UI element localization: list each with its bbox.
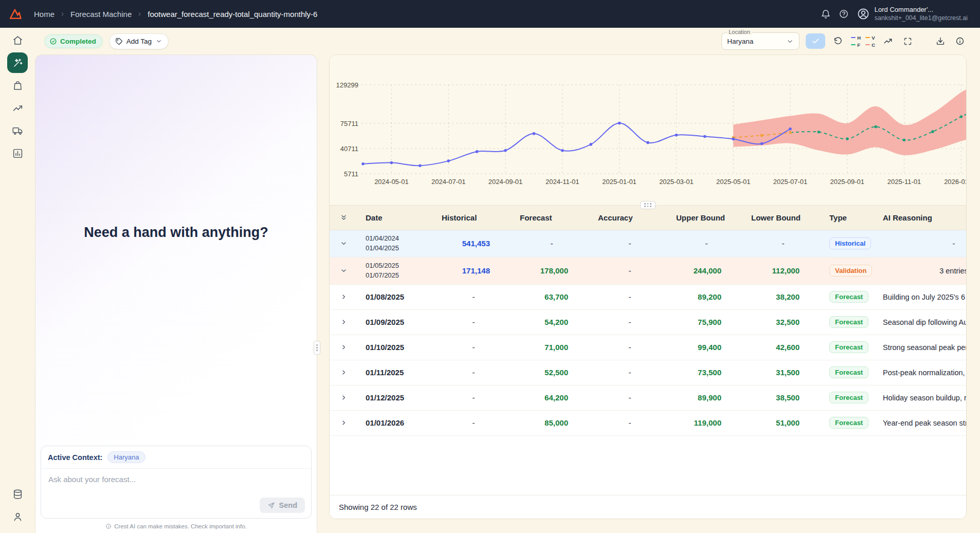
user-menu[interactable]: Lord Commander'... sankshit+_004_lite1@g… bbox=[857, 5, 968, 23]
cell-type: Forecast bbox=[822, 284, 876, 309]
cell-ai-reasoning: Holiday season buildup, r bbox=[876, 385, 966, 410]
svg-text:75711: 75711 bbox=[340, 120, 358, 127]
cell-ai-reasoning: Year-end peak season str bbox=[876, 410, 966, 435]
tag-icon bbox=[115, 38, 123, 45]
table-row[interactable]: 01/10/2025-71,000-99,40042,600ForecastSt… bbox=[330, 335, 966, 360]
cell-type: Historical bbox=[822, 230, 876, 257]
svg-text:2025-09-01: 2025-09-01 bbox=[830, 178, 865, 186]
disclaimer-text: Crest AI can make mistakes. Check import… bbox=[114, 523, 247, 529]
undo-icon bbox=[833, 36, 843, 46]
assistant-input[interactable] bbox=[41, 469, 311, 498]
table-row[interactable]: 01/09/2025-54,200-75,90032,500ForecastSe… bbox=[330, 309, 966, 335]
send-icon bbox=[267, 502, 275, 509]
crest-logo-icon bbox=[8, 7, 23, 21]
active-context-chip[interactable]: Haryana bbox=[107, 451, 145, 463]
send-label: Send bbox=[279, 501, 297, 509]
breadcrumb-item[interactable]: Home bbox=[34, 10, 55, 19]
status-badge: Completed bbox=[44, 34, 103, 48]
trend-view-button[interactable] bbox=[881, 34, 895, 48]
assistant-panel: Need a hand with anything? Active Contex… bbox=[35, 54, 317, 533]
breadcrumb-item: footwear_forecast_ready-total_quantity-m… bbox=[148, 10, 317, 19]
table-row[interactable]: 01/11/2025-52,500-73,50031,500ForecastPo… bbox=[330, 360, 966, 385]
svg-text:2025-07-01: 2025-07-01 bbox=[773, 178, 808, 186]
sidebar-item-orders[interactable] bbox=[6, 74, 29, 97]
svg-text:2025-11-01: 2025-11-01 bbox=[887, 178, 921, 186]
row-expand-toggle[interactable] bbox=[330, 360, 358, 385]
help-icon[interactable] bbox=[839, 9, 849, 19]
sidebar-item-logistics[interactable] bbox=[6, 119, 29, 142]
table-row[interactable]: 01/05/202501/07/2025171,148178,000-244,0… bbox=[330, 257, 966, 284]
add-tag-button[interactable]: Add Tag bbox=[109, 33, 169, 49]
cell-ai-reasoning: Post-peak normalization, bbox=[876, 360, 966, 385]
table-row[interactable]: 01/08/2025-63,700-89,20038,200ForecastBu… bbox=[330, 284, 966, 309]
forecast-panel: 129299757114071157112024-05-012024-07-01… bbox=[329, 54, 967, 519]
cell-type: Forecast bbox=[822, 410, 876, 435]
cell-type: Forecast bbox=[822, 335, 876, 360]
svg-text:40711: 40711 bbox=[340, 145, 358, 153]
location-value: Haryana bbox=[727, 38, 753, 45]
topbar: HomeForecast Machinefootwear_forecast_re… bbox=[0, 0, 980, 28]
cell-type: Forecast bbox=[822, 385, 876, 410]
user-name: Lord Commander'... bbox=[875, 5, 968, 14]
svg-text:2025-01-01: 2025-01-01 bbox=[602, 178, 637, 186]
chart-table-split-handle[interactable] bbox=[640, 201, 656, 209]
row-expand-toggle[interactable] bbox=[330, 385, 358, 410]
legend-item-f: F bbox=[851, 42, 861, 48]
cell-date: 01/01/2026 bbox=[358, 410, 434, 435]
panel-resize-handle[interactable] bbox=[314, 341, 320, 355]
cell-date: 01/12/2025 bbox=[358, 385, 434, 410]
forecast-chart-svg: 129299757114071157112024-05-012024-07-01… bbox=[330, 55, 967, 190]
send-button[interactable]: Send bbox=[260, 498, 305, 513]
notifications-bell-icon[interactable] bbox=[821, 9, 831, 19]
sidebar bbox=[0, 28, 35, 533]
cell-ai-reasoning: Building on July 2025's 6 bbox=[876, 284, 966, 309]
apply-location-button[interactable] bbox=[806, 33, 825, 49]
cell-date: 01/04/202401/04/2025 bbox=[358, 230, 434, 257]
table-row[interactable]: 01/04/202401/04/2025541,453----Historica… bbox=[330, 230, 966, 257]
row-expand-toggle[interactable] bbox=[330, 335, 358, 360]
location-select[interactable]: Location Haryana bbox=[721, 32, 800, 50]
forecast-table-area: DateHistoricalForecastAccuracyUpper Boun… bbox=[330, 205, 966, 519]
sidebar-item-account[interactable] bbox=[6, 505, 29, 528]
chart-legend-toggle[interactable]: HVFC bbox=[851, 35, 875, 48]
fullscreen-button[interactable] bbox=[901, 34, 914, 48]
svg-text:2026-01-01: 2026-01-01 bbox=[944, 178, 967, 186]
table-footer: Showing 22 of 22 rows bbox=[330, 495, 966, 519]
row-expand-toggle[interactable] bbox=[330, 410, 358, 435]
reset-button[interactable] bbox=[831, 34, 845, 48]
maximize-icon bbox=[903, 37, 912, 46]
user-info: Lord Commander'... sankshit+_004_lite1@g… bbox=[875, 5, 968, 23]
download-button[interactable] bbox=[934, 34, 947, 48]
check-icon bbox=[811, 37, 820, 45]
row-expand-toggle[interactable] bbox=[330, 284, 358, 309]
disclaimer: Crest AI can make mistakes. Check import… bbox=[41, 519, 312, 532]
row-expand-toggle[interactable] bbox=[330, 309, 358, 335]
breadcrumb-item[interactable]: Forecast Machine bbox=[70, 10, 132, 19]
sidebar-item-analytics[interactable] bbox=[6, 142, 29, 164]
svg-text:129299: 129299 bbox=[336, 81, 358, 89]
collapse-all-button[interactable] bbox=[330, 206, 358, 230]
row-expand-toggle[interactable] bbox=[330, 257, 358, 284]
user-email: sankshit+_004_lite1@getcrest.ai bbox=[875, 14, 968, 23]
legend-item-h: H bbox=[851, 35, 861, 41]
table-row[interactable]: 01/12/2025-64,200-89,90038,500ForecastHo… bbox=[330, 385, 966, 410]
info-button[interactable] bbox=[953, 34, 967, 48]
chevron-down-icon bbox=[786, 38, 794, 45]
row-expand-toggle[interactable] bbox=[330, 230, 358, 257]
location-label: Location bbox=[727, 29, 752, 35]
active-context-label: Active Context: bbox=[48, 453, 102, 462]
svg-text:2025-05-01: 2025-05-01 bbox=[716, 178, 751, 186]
cell-type: Forecast bbox=[822, 309, 876, 335]
type-badge: Forecast bbox=[829, 341, 868, 353]
sidebar-item-forecast-machine[interactable] bbox=[7, 52, 28, 73]
table-row[interactable]: 01/01/2026-85,000-119,00051,000ForecastY… bbox=[330, 410, 966, 435]
sidebar-item-data-sources[interactable] bbox=[6, 483, 29, 505]
type-badge: Historical bbox=[829, 237, 871, 249]
type-badge: Forecast bbox=[829, 291, 868, 303]
status-label: Completed bbox=[60, 38, 96, 45]
sidebar-item-home[interactable] bbox=[6, 29, 29, 51]
toolbar: Completed Add Tag Location Haryana HVFC bbox=[35, 28, 980, 54]
breadcrumb-chevron-icon bbox=[59, 11, 66, 17]
type-badge: Forecast bbox=[829, 316, 868, 328]
sidebar-item-trends[interactable] bbox=[6, 97, 29, 119]
